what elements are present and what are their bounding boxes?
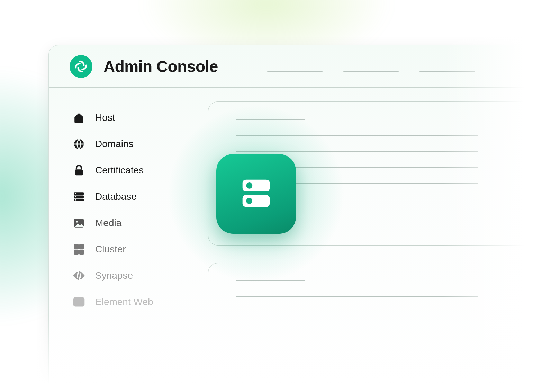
sidebar-item-label: Cluster <box>95 244 126 255</box>
server-badge <box>216 154 296 234</box>
home-icon <box>73 112 85 124</box>
sidebar-item-label: Certificates <box>95 165 144 176</box>
sidebar-item-database[interactable]: Database <box>73 191 191 203</box>
sidebar-item-media[interactable]: Media <box>73 217 191 229</box>
sidebar-item-label: Media <box>95 217 121 229</box>
page-title: Admin Console <box>103 57 218 76</box>
svg-rect-13 <box>79 250 84 254</box>
svg-rect-10 <box>74 244 79 249</box>
sidebar-item-synapse[interactable]: Synapse <box>73 270 191 282</box>
svg-line-14 <box>78 272 80 280</box>
image-icon <box>73 217 85 229</box>
svg-rect-11 <box>79 244 84 249</box>
svg-rect-1 <box>75 169 83 175</box>
code-icon <box>73 270 85 282</box>
svg-point-9 <box>76 221 78 223</box>
svg-point-19 <box>246 182 252 189</box>
lock-icon <box>73 164 85 176</box>
header-placeholder-lines <box>267 61 533 72</box>
sidebar-item-host[interactable]: Host <box>73 112 191 124</box>
database-icon <box>73 191 85 203</box>
sidebar-item-element-web[interactable]: Element Web <box>73 296 191 308</box>
svg-point-5 <box>75 193 76 194</box>
element-logo <box>70 55 92 78</box>
svg-point-7 <box>75 199 76 201</box>
svg-point-6 <box>75 196 76 197</box>
sidebar-item-label: Database <box>95 191 137 202</box>
sidebar-item-label: Element Web <box>95 296 153 308</box>
globe-icon <box>73 138 85 150</box>
sidebar-item-domains[interactable]: Domains <box>73 138 191 150</box>
content-panel-2 <box>208 263 533 366</box>
sidebar: Host Domains Certificates <box>73 112 191 308</box>
content-panels <box>208 101 533 384</box>
sidebar-item-label: Host <box>95 112 115 123</box>
sidebar-item-cluster[interactable]: Cluster <box>73 243 191 255</box>
sidebar-item-certificates[interactable]: Certificates <box>73 164 191 176</box>
sidebar-item-label: Domains <box>95 139 133 150</box>
svg-point-20 <box>246 198 252 204</box>
svg-rect-12 <box>74 250 79 254</box>
window-icon <box>73 296 85 308</box>
sidebar-item-label: Synapse <box>95 270 133 281</box>
svg-rect-15 <box>74 298 84 306</box>
header: Admin Console <box>49 45 533 88</box>
server-icon <box>236 173 277 215</box>
grid-icon <box>73 243 85 255</box>
